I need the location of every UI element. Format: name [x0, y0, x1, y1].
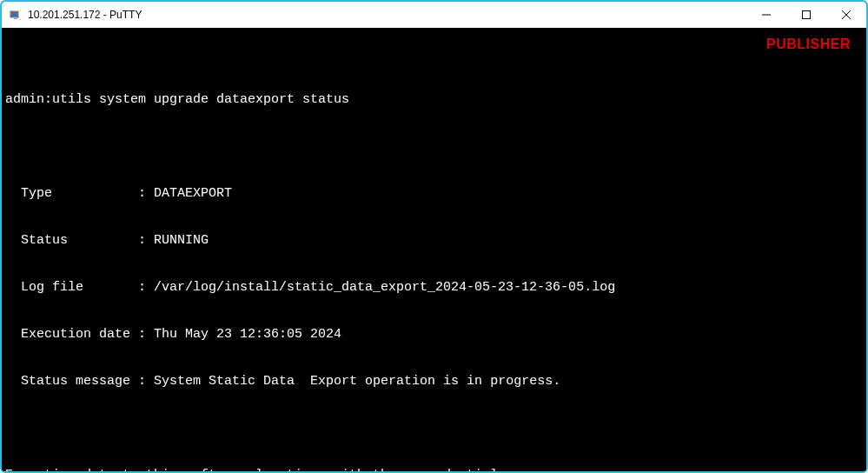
- svg-rect-4: [803, 11, 811, 19]
- close-button[interactable]: [826, 2, 866, 28]
- t-line: Status : RUNNING: [5, 233, 863, 249]
- t-line: [5, 139, 863, 155]
- maximize-button[interactable]: [786, 2, 826, 28]
- putty-icon: [9, 8, 23, 22]
- t-line: Execution date : Thu May 23 12:36:05 202…: [5, 327, 863, 343]
- window-title: 10.201.251.172 - PuTTY: [28, 9, 142, 21]
- app-window: 10.201.251.172 - PuTTY PUBLISHER admin:u…: [0, 0, 868, 473]
- window-controls: [746, 2, 866, 28]
- t-line: Type : DATAEXPORT: [5, 186, 863, 202]
- t-line: [5, 421, 863, 436]
- minimize-button[interactable]: [746, 2, 786, 28]
- t-line: Log file : /var/log/install/static_data_…: [5, 280, 863, 296]
- t-line: Status message : System Static Data Expo…: [5, 374, 863, 390]
- svg-rect-1: [11, 12, 17, 17]
- publisher-badge: PUBLISHER: [766, 37, 851, 52]
- svg-rect-2: [14, 18, 17, 19]
- titlebar[interactable]: 10.201.251.172 - PuTTY: [2, 2, 866, 28]
- terminal-viewport[interactable]: PUBLISHER admin:utils system upgrade dat…: [2, 28, 866, 471]
- t-line: admin:utils system upgrade dataexport st…: [5, 92, 863, 108]
- t-line: Exporting data to this software location…: [5, 468, 863, 471]
